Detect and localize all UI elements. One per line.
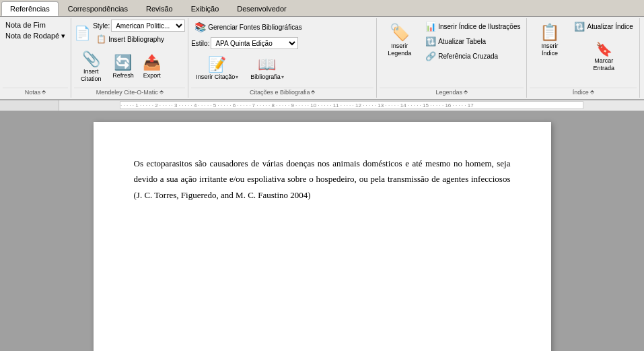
bibliography-icon: 📋	[96, 34, 106, 44]
bibliografia-icon: 📖	[258, 56, 276, 73]
indice-group-label[interactable]: Índice ⬘	[530, 88, 636, 96]
notas-group-label[interactable]: Notas ⬘	[3, 88, 68, 96]
gerenciar-fontes-btn[interactable]: 📚 Gerenciar Fontes Bibliográficas	[191, 20, 306, 34]
export-btn[interactable]: 📤 Export	[139, 49, 166, 85]
style-dropdown[interactable]: American Politic...	[111, 20, 185, 32]
indice-expand-icon: ⬘	[590, 89, 594, 95]
mendeley-logo-icon: 📄	[74, 25, 91, 41]
marcar-entrada-btn[interactable]: 🔖 Marcar Entrada	[571, 38, 636, 75]
doc-page: Os ectoparasitos são causadores de vária…	[94, 122, 551, 351]
bibliografia-arrow: ▾	[281, 74, 284, 81]
mendeley-expand-icon: ⬘	[159, 89, 164, 95]
tab-desenvolvedor[interactable]: Desenvolvedor	[228, 1, 295, 16]
referencia-cruzada-icon: 🔗	[425, 51, 436, 61]
insert-bibliography-btn[interactable]: 📋 Insert Bibliography	[93, 32, 185, 46]
atualizar-tabela-icon: 🔃	[425, 36, 436, 46]
citacoes-group-label[interactable]: Citações e Bibliografia ⬘	[191, 88, 373, 96]
style-label: Style:	[93, 22, 110, 30]
insert-citation-btn[interactable]: 📎 Insert Citation	[74, 49, 108, 85]
export-icon: 📤	[143, 54, 161, 71]
inserir-indice-ilustracoes-btn[interactable]: 📊 Inserir Índice de Ilustrações	[422, 20, 524, 34]
citacoes-group: 📚 Gerenciar Fontes Bibliográficas Estilo…	[188, 18, 377, 98]
inserir-citacao-arrow: ▾	[236, 74, 238, 81]
tab-correspondencias[interactable]: Correspondências	[59, 1, 137, 16]
nota-de-rodape-btn[interactable]: Nota de Rodapé ▾	[3, 30, 68, 42]
referencia-cruzada-btn[interactable]: 🔗 Referência Cruzada	[422, 49, 524, 63]
inserir-indice-icon: 📋	[540, 23, 560, 42]
estilo-label: Estilo:	[191, 40, 209, 47]
atualizar-indice-btn[interactable]: 🔃 Atualizar Índice	[571, 20, 636, 34]
tab-revisao[interactable]: Revisão	[137, 1, 182, 16]
atualizar-indice-icon: 🔃	[574, 22, 585, 32]
legendas-expand-icon: ⬘	[464, 89, 468, 95]
marcar-entrada-icon: 🔖	[596, 41, 612, 57]
bibliografia-btn[interactable]: 📖 Bibliografia ▾	[246, 53, 289, 84]
legendas-group-label[interactable]: Legendas ⬘	[380, 88, 524, 96]
notas-expand-icon: ⬘	[42, 89, 46, 95]
refresh-btn[interactable]: 🔄 Refresh	[109, 49, 137, 85]
document-text: Os ectoparasitos são causadores de vária…	[134, 156, 511, 203]
ruler: · · · · · 1 · · · · · 2 · · · · · 3 · · …	[0, 100, 644, 111]
inserir-citacao-icon: 📝	[208, 56, 226, 73]
inserir-citacao-btn[interactable]: 📝 Inserir Citação ▾	[191, 53, 243, 84]
nota-de-fim-btn[interactable]: Nota de Fim	[3, 20, 48, 30]
legendas-group: 🏷️ Inserir Legenda 📊 Inserir Índice de I…	[377, 18, 527, 98]
tab-referencias[interactable]: Referências	[1, 1, 59, 16]
ribbon: Nota de Fim Nota de Rodapé ▾ Notas ⬘ 📄 S…	[0, 17, 644, 100]
tab-exibicao[interactable]: Exibição	[182, 1, 228, 16]
citacoes-expand-icon: ⬘	[311, 89, 315, 95]
gerenciar-fontes-icon: 📚	[194, 22, 206, 32]
inserir-legenda-btn[interactable]: 🏷️ Inserir Legenda	[380, 20, 419, 60]
insert-citation-icon: 📎	[82, 51, 100, 68]
indice-group: 📋 Inserir Índice 🔃 Atualizar Índice 🔖 Ma…	[527, 18, 639, 98]
inserir-indice-ilustracoes-icon: 📊	[425, 22, 436, 32]
mendeley-group: 📄 Style: American Politic... 📋 Insert Bi…	[71, 18, 188, 98]
estilo-dropdown[interactable]: APA Quinta Edição	[211, 37, 298, 49]
atualizar-tabela-btn[interactable]: 🔃 Atualizar Tabela	[422, 34, 524, 49]
inserir-legenda-icon: 🏷️	[390, 23, 410, 42]
refresh-icon: 🔄	[114, 54, 132, 71]
inserir-indice-btn[interactable]: 📋 Inserir Índice	[530, 20, 569, 60]
ruler-inner: · · · · · 1 · · · · · 2 · · · · · 3 · · …	[120, 101, 583, 109]
mendeley-group-label[interactable]: Mendeley Cite-O-Matic ⬘	[74, 88, 185, 96]
notas-group: Nota de Fim Nota de Rodapé ▾ Notas ⬘	[0, 18, 71, 98]
tab-bar: Referências Correspondências Revisão Exi…	[0, 0, 644, 17]
document-area: Os ectoparasitos são causadores de vária…	[0, 111, 644, 351]
